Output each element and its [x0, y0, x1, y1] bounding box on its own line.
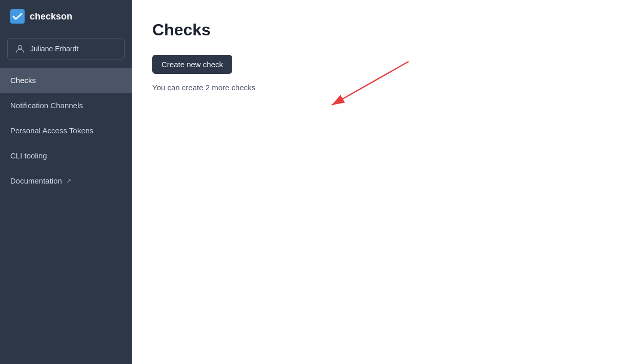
sidebar-item-personal-access-tokens[interactable]: Personal Access Tokens: [0, 118, 132, 143]
user-icon: [15, 44, 25, 54]
user-button[interactable]: Juliane Erhardt: [7, 38, 125, 59]
sidebar: checkson Juliane Erhardt Checks Notifica…: [0, 0, 132, 364]
sidebar-item-cli-tooling[interactable]: CLI tooling: [0, 143, 132, 168]
sidebar-nav: Checks Notification Channels Personal Ac…: [0, 68, 132, 193]
sidebar-item-checks[interactable]: Checks: [0, 68, 132, 93]
user-name: Juliane Erhardt: [30, 45, 78, 53]
main-content: Checks Create new check You can create 2…: [132, 0, 630, 364]
sidebar-item-notification-channels[interactable]: Notification Channels: [0, 93, 132, 118]
logo-icon: [10, 9, 25, 24]
logo-area: checkson: [0, 0, 132, 33]
sidebar-item-documentation-label: Documentation: [10, 176, 62, 185]
sidebar-item-notification-channels-label: Notification Channels: [10, 101, 83, 110]
external-link-icon: ↗: [66, 177, 71, 185]
svg-rect-0: [10, 9, 25, 24]
page-title: Checks: [152, 21, 609, 39]
sidebar-item-documentation[interactable]: Documentation ↗: [0, 168, 132, 193]
app-logo-text: checkson: [30, 11, 72, 22]
svg-point-1: [18, 46, 22, 49]
sidebar-item-checks-label: Checks: [10, 76, 36, 85]
info-text: You can create 2 more checks: [152, 83, 609, 92]
sidebar-item-personal-access-tokens-label: Personal Access Tokens: [10, 126, 93, 135]
sidebar-item-cli-tooling-label: CLI tooling: [10, 151, 47, 160]
create-new-check-button[interactable]: Create new check: [152, 55, 232, 74]
